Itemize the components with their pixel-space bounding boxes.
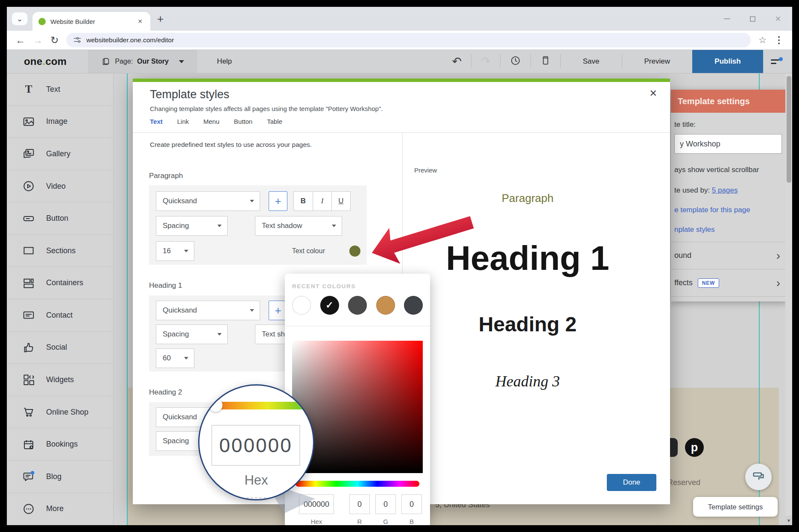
colour-swatch-tan[interactable] [376,296,395,315]
size-value: 60 [163,354,171,362]
tab-text[interactable]: Text [150,118,163,125]
save-button[interactable]: Save [561,57,622,66]
template-title-input[interactable] [674,134,782,154]
green-input[interactable]: 0 [375,494,396,514]
redo-icon[interactable]: ↷ [471,56,500,67]
mobile-preview-icon[interactable] [531,55,560,68]
bold-button[interactable]: B [294,192,313,210]
sidebar-item-social[interactable]: Social [7,332,113,364]
containers-icon [22,277,35,289]
sidebar-item-button[interactable]: Button [7,202,113,235]
used-by-pages-link[interactable]: 5 pages [712,186,738,194]
main-menu-icon[interactable] [770,55,783,68]
preview-paragraph: Paragraph [402,192,653,205]
text-colour-label: Text colour [264,241,325,261]
design-fab-button[interactable] [745,464,772,490]
new-badge: NEW [698,278,719,288]
heading2-section-label: Heading 2 [149,388,182,397]
forward-icon[interactable]: → [33,35,43,45]
red-input[interactable]: 0 [349,494,370,514]
background-row[interactable]: ound › [671,242,787,269]
tab-button[interactable]: Button [234,118,252,125]
sidebar-item-text[interactable]: T Text [7,73,113,106]
sidebar-item-containers[interactable]: Containers [7,267,113,299]
sidebar-item-sections[interactable]: Sections [7,235,113,267]
browser-menu-icon[interactable]: ⋮ [774,35,784,46]
sidebar-item-video[interactable]: Video [7,170,113,203]
page-selector[interactable]: Page: Our Story [88,50,197,73]
sidebar-item-label: Button [46,214,68,223]
effects-row[interactable]: ffects NEW › [671,269,787,297]
tab-table[interactable]: Table [267,118,282,125]
bookmark-star-icon[interactable]: ☆ [758,35,767,45]
sidebar-item-widgets[interactable]: Widgets [7,364,113,396]
paragraph-shadow-select[interactable]: Text shadow [255,216,342,236]
preview-button[interactable]: Preview [622,57,692,66]
scrollbar-thumb[interactable] [787,76,791,183]
paragraph-size-select[interactable]: 16 [156,241,194,261]
spacing-value: Spacing [163,437,189,445]
sidebar-item-label: Text [46,85,60,94]
template-styles-link[interactable]: nplate styles [674,225,715,234]
used-by-label: te used by: [674,186,710,194]
new-tab-button[interactable]: + [157,13,164,24]
sections-icon [22,244,35,257]
paragraph-spacing-select[interactable]: Spacing [156,216,228,236]
undo-icon[interactable]: ↶ [443,56,471,67]
editor-content: p Reserved 5, United States Template set… [7,73,792,525]
publish-button[interactable]: Publish [692,50,763,73]
caret-icon [217,333,222,336]
sidebar-item-label: Social [46,343,67,352]
pinterest-icon[interactable]: p [685,438,704,457]
sidebar-item-image[interactable]: Image [7,106,113,138]
browser-tab[interactable]: Website Builder ✕ [32,12,150,31]
paint-roller-icon [751,470,766,484]
heading1-size-select[interactable]: 60 [156,348,194,368]
tab-menu[interactable]: Menu [203,118,220,125]
blue-input[interactable]: 0 [401,494,422,514]
sidebar-item-label: Image [46,117,67,126]
page-name: Our Story [137,58,169,65]
colour-swatch-grey[interactable] [348,296,367,315]
tab-search-button[interactable]: ⌄ [12,12,27,25]
paragraph-font-select[interactable]: Quicksand [156,191,260,211]
scrollbar-down-icon[interactable]: ▾ [785,516,792,525]
colour-swatch-black-selected[interactable]: ✓ [320,296,339,315]
add-style-button[interactable]: + [269,191,287,211]
done-button[interactable]: Done [607,474,656,491]
sidebar-item-more[interactable]: More [7,493,113,525]
tab-close-icon[interactable]: ✕ [136,17,144,26]
colour-swatch-darkgrey[interactable] [404,296,423,315]
sidebar-item-label: Blog [46,472,61,481]
address-bar[interactable]: websitebuilder.one.com/editor [66,33,751,47]
page-scrollbar[interactable]: ▾ [785,73,792,525]
font-value: Quicksand [163,306,197,315]
back-icon[interactable]: ← [15,35,25,45]
image-icon [22,115,35,128]
sidebar-item-gallery[interactable]: Gallery [7,138,113,170]
reload-icon[interactable]: ↻ [50,35,59,45]
sidebar-item-online-shop[interactable]: Online Shop [7,396,113,429]
maximize-button[interactable] [750,16,755,22]
window-close-button[interactable]: ✕ [775,15,781,23]
minimize-button[interactable] [724,18,730,19]
preview-heading2: Heading 2 [402,313,653,336]
url-text: websitebuilder.one.com/editor [86,36,174,44]
change-template-link[interactable]: e template for this page [674,206,750,214]
heading1-font-select[interactable]: Quicksand [156,301,260,320]
logo-com: com [45,56,67,67]
sidebar-item-contact[interactable]: Contact [7,299,113,332]
tab-link[interactable]: Link [177,118,189,125]
history-icon[interactable] [500,55,530,68]
underline-button[interactable]: U [331,192,350,210]
colour-swatch-white[interactable] [292,296,311,315]
gallery-icon [22,147,35,160]
sidebar-item-bookings[interactable]: Bookings [7,428,113,461]
heading1-spacing-select[interactable]: Spacing [156,324,228,344]
help-button[interactable]: Help [217,57,232,66]
italic-button[interactable]: I [313,192,331,210]
cart-icon [22,406,35,418]
sidebar-item-blog[interactable]: Blog [7,461,113,493]
template-settings-button[interactable]: Template settings [693,497,778,517]
template-settings-panel: Template settings te title: ays show ver… [671,90,787,301]
